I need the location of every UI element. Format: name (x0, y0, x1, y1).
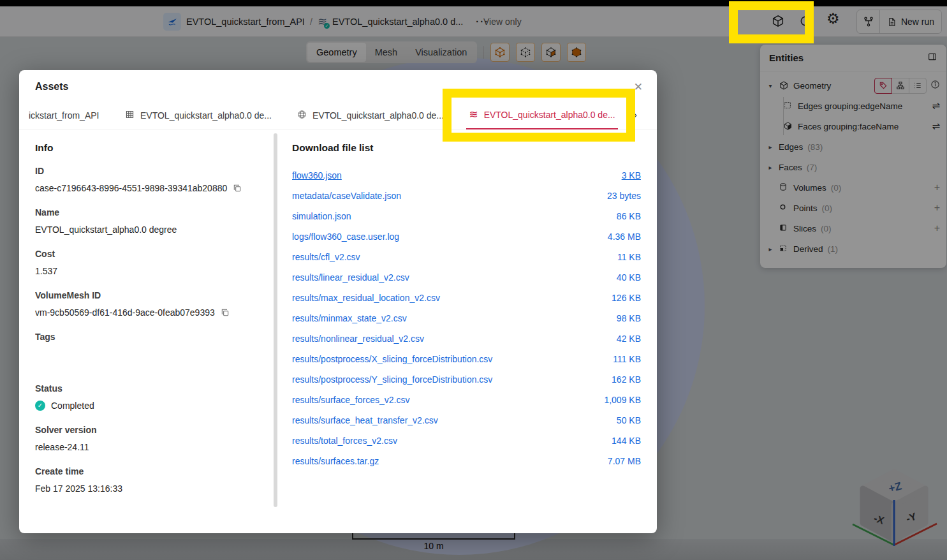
file-link[interactable]: flow360.json (292, 170, 342, 181)
file-row: results/nonlinear_residual_v2.csv42 KB (292, 328, 641, 349)
file-link[interactable]: simulation.json (292, 211, 351, 221)
file-link[interactable]: results/cfl_v2.csv (292, 252, 360, 262)
file-row: results/postprocess/X_slicing_forceDistr… (292, 349, 641, 369)
copy-icon[interactable] (221, 308, 230, 317)
file-link[interactable]: results/surface_forces_v2.csv (292, 395, 409, 405)
asset-tab-0[interactable]: ickstart_from_API (29, 101, 119, 129)
file-size: 40 KB (617, 272, 641, 283)
field-solver-version: Solver version release-24.11 (35, 424, 272, 453)
files-heading: Download file list (292, 142, 641, 154)
file-link[interactable]: results/max_residual_location_v2.csv (292, 293, 440, 303)
field-volumemesh-id: VolumeMesh ID vm-9cb50569-df61-416d-9ace… (35, 290, 272, 318)
field-name: Name EVTOL_quickstart_alpha0.0 degree (35, 207, 272, 235)
file-row: results/surface_heat_transfer_v2.csv50 K… (292, 410, 641, 431)
grid-icon (125, 110, 135, 121)
file-row: results/cfl_v2.csv11 KB (292, 247, 641, 267)
file-size: 23 bytes (607, 191, 641, 201)
tab-scroll-right-icon[interactable]: › (634, 109, 637, 120)
file-size: 50 KB (617, 415, 641, 425)
file-size: 144 KB (612, 436, 641, 446)
file-row: metadata/caseValidate.json23 bytes (292, 186, 641, 206)
file-row: flow360.json3 KB (292, 165, 641, 186)
assets-modal: Assets ✕ ickstart_from_API EVTOL_quickst… (19, 70, 657, 533)
app-screen: EVTOL_quickstart_from_API / ≋✓ EVTOL_qui… (0, 0, 947, 560)
field-status: Status ✓ Completed (35, 383, 272, 411)
info-heading: Info (35, 142, 272, 154)
file-link[interactable]: results/total_forces_v2.csv (292, 436, 397, 446)
asset-tab-3[interactable]: ≋ EVTOL_quickstart_alpha0.0 de... (466, 101, 618, 129)
file-link[interactable]: results/surfaces.tar.gz (292, 456, 379, 466)
file-row: simulation.json86 KB (292, 206, 641, 226)
file-row: results/surfaces.tar.gz7.07 MB (292, 451, 641, 471)
asset-tab-2[interactable]: EVTOL_quickstart_alpha0.0 de... (297, 101, 444, 129)
info-panel: Info ID case-c7196643-8996-4551-9898-393… (35, 142, 272, 505)
file-link[interactable]: results/postprocess/Y_slicing_forceDistr… (292, 374, 492, 385)
file-row: results/max_residual_location_v2.csv126 … (292, 288, 641, 308)
field-cost: Cost 1.537 (35, 248, 272, 277)
file-row: results/linear_residual_v2.csv40 KB (292, 267, 641, 288)
file-link[interactable]: results/nonlinear_residual_v2.csv (292, 334, 424, 344)
file-row: logs/flow360_case.user.log4.36 MB (292, 226, 641, 247)
file-size: 98 KB (617, 313, 641, 323)
file-link[interactable]: metadata/caseValidate.json (292, 191, 401, 201)
copy-icon[interactable] (233, 184, 242, 193)
file-row: results/total_forces_v2.csv144 KB (292, 431, 641, 451)
field-create-time: Create time Feb 17 2025 13:16:33 (35, 466, 272, 494)
file-link[interactable]: results/surface_heat_transfer_v2.csv (292, 415, 438, 425)
modal-title: Assets (35, 81, 68, 92)
file-link[interactable]: results/linear_residual_v2.csv (292, 272, 409, 283)
status-check-icon: ✓ (35, 401, 45, 411)
file-row: results/minmax_state_v2.csv98 KB (292, 308, 641, 328)
file-size: 111 KB (613, 354, 641, 364)
field-id: ID case-c7196643-8996-4551-9898-39341ab2… (35, 165, 272, 194)
field-tags: Tags (35, 331, 272, 360)
waves-icon: ≋ (469, 109, 478, 120)
file-size: 7.07 MB (608, 456, 641, 466)
file-size: 1,009 KB (604, 395, 641, 405)
file-link[interactable]: logs/flow360_case.user.log (292, 232, 399, 242)
file-link[interactable]: results/minmax_state_v2.csv (292, 313, 407, 323)
sphere-icon (297, 110, 307, 121)
file-size: 4.36 MB (608, 232, 641, 242)
asset-tabs: ickstart_from_API EVTOL_quickstart_alpha… (19, 101, 657, 129)
file-row: results/surface_forces_v2.csv1,009 KB (292, 390, 641, 410)
file-size: 42 KB (617, 334, 641, 344)
download-file-list: Download file list flow360.json3 KB meta… (292, 142, 641, 471)
file-row: results/postprocess/Y_slicing_forceDistr… (292, 369, 641, 390)
file-size: 162 KB (612, 374, 641, 385)
modal-body: Info ID case-c7196643-8996-4551-9898-393… (19, 129, 657, 519)
file-size: 3 KB (622, 170, 641, 181)
status-badge: Completed (51, 400, 94, 411)
file-size: 126 KB (612, 293, 641, 303)
file-size: 86 KB (617, 211, 641, 221)
asset-tab-1[interactable]: EVTOL_quickstart_alpha0.0 de... (125, 101, 272, 129)
file-link[interactable]: results/postprocess/X_slicing_forceDistr… (292, 354, 492, 364)
info-scrollbar[interactable] (274, 133, 277, 507)
close-icon[interactable]: ✕ (634, 80, 643, 94)
file-size: 11 KB (617, 252, 641, 262)
